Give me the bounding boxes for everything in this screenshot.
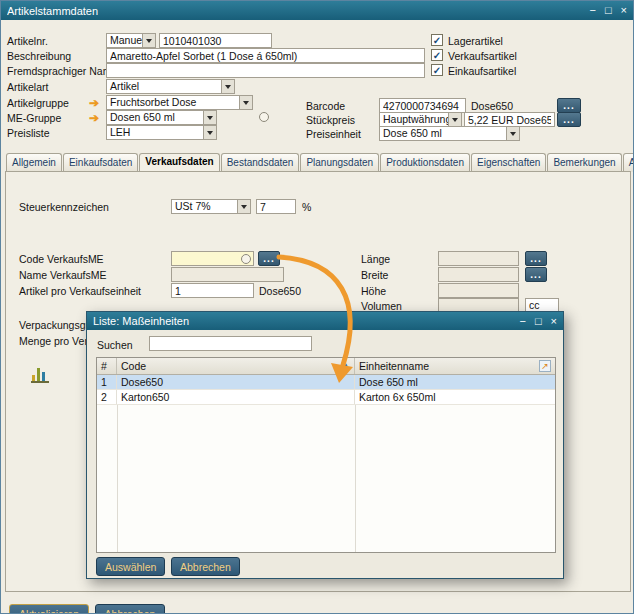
artikelnr-label: Artikelnr. (7, 35, 48, 47)
artikelstammdaten-window: Artikelstammdaten − □ × Artikelnr. Manue… (0, 0, 634, 614)
artikelart-dropdown[interactable]: Artikel (106, 79, 235, 94)
waehrung-dropdown[interactable]: Hauptwährung (379, 112, 462, 127)
window-titlebar[interactable]: Artikelstammdaten − □ × (1, 1, 633, 20)
tab-einkaufsdaten[interactable]: Einkaufsdaten (63, 153, 138, 172)
artikelnr-mode-dropdown[interactable]: Manuell (106, 33, 156, 48)
artikel-pro-ve-label: Artikel pro Verkaufseinheit (19, 285, 141, 297)
chart-icon[interactable] (31, 367, 49, 383)
fremdsprachiger-name-label: Fremdsprachiger Name (7, 65, 117, 77)
verkaufsartikel-label: Verkaufsartikel (448, 50, 517, 62)
barcode-input[interactable] (379, 98, 466, 113)
barcode-label: Barcode (306, 100, 345, 112)
maximize-icon[interactable]: □ (605, 5, 612, 16)
name-verkaufsme-input[interactable] (171, 267, 284, 282)
minimize-icon[interactable]: − (589, 5, 595, 16)
preisliste-label: Preisliste (7, 127, 50, 139)
chevron-down-icon (142, 34, 155, 47)
hoehe-input[interactable] (438, 283, 519, 298)
preiseinheit-label: Preiseinheit (306, 128, 361, 140)
close-icon[interactable]: × (621, 5, 627, 16)
column-divider (117, 405, 118, 552)
row-name: Karton 6x 650ml (355, 390, 555, 404)
chevron-down-icon (203, 126, 216, 139)
steuerkennzeichen-label: Steuerkennzeichen (19, 201, 109, 213)
tab-planungsdaten[interactable]: Planungsdaten (300, 153, 379, 172)
preiseinheit-dropdown[interactable]: Dose 650 ml (379, 126, 520, 141)
checkbox-verkaufsartikel[interactable]: ✓ (431, 49, 443, 61)
barcode-browse-button[interactable]: ... (557, 98, 581, 113)
link-arrow-icon[interactable]: ➔ (89, 97, 99, 109)
masseinheiten-table: # Code ▲ Einheitenname ↗ 1 Dose650 Dose … (96, 357, 556, 553)
tab-bestandsdaten[interactable]: Bestandsdaten (221, 153, 300, 172)
artikelnr-input[interactable] (159, 33, 272, 48)
dialog-minimize-icon[interactable]: − (519, 316, 525, 327)
beschreibung-input[interactable] (106, 48, 425, 63)
row-code: Karton650 (117, 390, 355, 404)
chevron-down-icon (506, 127, 519, 140)
preiseinheit-value: Dose 650 ml (380, 127, 506, 140)
lagerartikel-label: Lagerartikel (448, 35, 503, 47)
row-number: 1 (97, 375, 117, 389)
column-header-name-label: Einheitenname (359, 360, 429, 372)
column-header-name[interactable]: Einheitenname ↗ (355, 358, 555, 374)
preisliste-value: LEH (107, 126, 203, 139)
choose-from-list-icon[interactable] (241, 254, 251, 264)
fremdsprachiger-name-input[interactable] (106, 63, 425, 78)
name-verkaufsme-label: Name VerkaufsME (19, 269, 107, 281)
dialog-maximize-icon[interactable]: □ (535, 316, 542, 327)
column-divider (355, 405, 356, 552)
tab-verkaufsdaten[interactable]: Verkaufsdaten (139, 153, 219, 172)
laenge-browse-button[interactable]: ... (525, 251, 547, 266)
chevron-down-icon (448, 113, 461, 126)
tab-produktionsdaten[interactable]: Produktionsdaten (380, 153, 470, 172)
table-row[interactable]: 1 Dose650 Dose 650 ml (97, 375, 555, 390)
steuer-prozent-input[interactable] (256, 199, 296, 214)
column-header-num[interactable]: # (97, 358, 117, 374)
me-gruppe-dropdown[interactable]: Dosen 650 ml (106, 110, 217, 125)
artikelgruppe-dropdown[interactable]: Fruchtsorbet Dose (106, 95, 253, 110)
tab-strip: Allgemein Einkaufsdaten Verkaufsdaten Be… (6, 153, 633, 172)
link-arrow-icon[interactable]: ➔ (89, 112, 99, 124)
artikel-pro-ve-input[interactable] (171, 283, 254, 298)
checkbox-einkaufsartikel[interactable]: ✓ (431, 64, 443, 76)
grid-link-icon[interactable]: ↗ (539, 360, 551, 372)
breite-input[interactable] (438, 267, 519, 282)
dialog-close-icon[interactable]: × (551, 316, 557, 327)
row-number: 2 (97, 390, 117, 404)
table-header-row: # Code ▲ Einheitenname ↗ (97, 358, 555, 375)
liste-masseinheiten-dialog: Liste: Maßeinheiten − □ × Suchen # Code … (86, 311, 564, 579)
tab-bemerkungen[interactable]: Bemerkungen (547, 153, 621, 172)
auswaehlen-button[interactable]: Auswählen (96, 557, 165, 576)
artikelgruppe-label: Artikelgruppe (7, 97, 69, 109)
dialog-title: Liste: Maßeinheiten (93, 315, 519, 327)
artikelgruppe-value: Fruchtsorbet Dose (107, 96, 239, 109)
row-code: Dose650 (117, 375, 355, 389)
code-verkaufsme-browse-button[interactable]: ... (258, 251, 280, 266)
laenge-input[interactable] (438, 251, 519, 266)
dialog-titlebar[interactable]: Liste: Maßeinheiten − □ × (87, 312, 563, 330)
column-header-code[interactable]: Code ▲ (117, 358, 355, 374)
stueckpreis-browse-button[interactable]: ... (557, 112, 581, 127)
laenge-label: Länge (361, 253, 390, 265)
steuerkennzeichen-dropdown[interactable]: USt 7% (171, 199, 251, 214)
suchen-input[interactable] (149, 336, 312, 351)
waehrung-value: Hauptwährung (380, 113, 448, 126)
info-icon[interactable] (259, 112, 269, 122)
artikel-pro-ve-unit: Dose650 (259, 285, 301, 297)
table-body: 1 Dose650 Dose 650 ml 2 Karton650 Karton… (97, 375, 555, 552)
steuerkennzeichen-value: USt 7% (172, 200, 237, 213)
tab-eigenschaften[interactable]: Eigenschaften (471, 153, 546, 172)
aktualisieren-button[interactable]: Aktualisieren (9, 604, 89, 614)
footer-abbrechen-button[interactable]: Abbrechen (95, 604, 165, 614)
me-gruppe-label: ME-Gruppe (7, 112, 61, 124)
abbrechen-button[interactable]: Abbrechen (171, 557, 240, 576)
tab-allgemein[interactable]: Allgemein (6, 153, 62, 172)
column-header-code-label: Code (121, 360, 146, 372)
preisliste-dropdown[interactable]: LEH (106, 125, 217, 140)
breite-browse-button[interactable]: ... (525, 267, 547, 282)
stueckpreis-input[interactable] (464, 112, 555, 127)
stueckpreis-label: Stückpreis (306, 114, 355, 126)
tab-anhaenge[interactable]: Anhänge (623, 153, 633, 172)
table-row[interactable]: 2 Karton650 Karton 6x 650ml (97, 390, 555, 405)
checkbox-lagerartikel[interactable]: ✓ (431, 34, 443, 46)
